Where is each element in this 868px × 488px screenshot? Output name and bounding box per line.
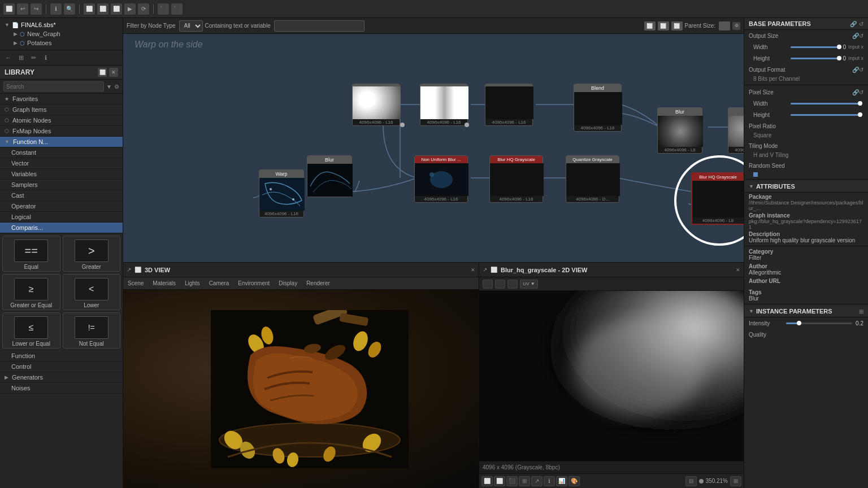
graph-node-blend[interactable]: Blend 4096x4096 - L16 <box>574 84 622 132</box>
toolbar-icon-2[interactable]: ↩ <box>17 3 28 15</box>
cat-function[interactable]: Function <box>0 351 123 361</box>
cat-graph-items[interactable]: ⬡ Graph Items <box>0 104 123 115</box>
cat-variables[interactable]: Variables <box>0 169 123 180</box>
cat-vector[interactable]: Vector <box>0 158 123 169</box>
toolbar-icon-1[interactable]: ⬜ <box>3 3 15 15</box>
graph-node-quantize[interactable]: Quantize Grayscale 4096x4096 - D... <box>566 155 619 203</box>
node-greater[interactable]: > Greater <box>63 236 121 272</box>
cat-samplers[interactable]: Samplers <box>0 180 123 190</box>
filter-text-input[interactable] <box>274 20 364 32</box>
2d-close-btn[interactable]: ✕ <box>736 267 740 273</box>
base-params-link-btn[interactable]: 🔗 <box>850 21 857 27</box>
3d-expand-icon[interactable]: ↗ <box>127 267 131 273</box>
2d-bottom-btn-7[interactable]: 📊 <box>556 476 567 486</box>
parent-size-btn[interactable] <box>719 21 730 30</box>
graph-node-3[interactable]: 4096x4096 - L16 <box>485 84 533 126</box>
cat-generators[interactable]: ▶ Generators <box>0 372 123 383</box>
intensity-handle[interactable] <box>797 321 801 325</box>
cat-function-nodes[interactable]: ▼ Function N... <box>0 137 123 147</box>
2d-uv-btn[interactable]: UV ▼ <box>520 280 538 289</box>
view-icon-3[interactable]: ⬜ <box>671 21 683 30</box>
graph-node-blur-top[interactable]: Blur 4096x4096 - L8 <box>657 107 702 154</box>
intensity-slider[interactable] <box>786 323 852 324</box>
cat-fxmap-nodes[interactable]: ⬡ FxMap Nodes <box>0 126 123 137</box>
node-leq[interactable]: ≤ Lower or Equal <box>2 312 60 348</box>
2d-resize-icon[interactable]: ⬜ <box>491 267 497 273</box>
toolbar-icon-4[interactable]: ℹ <box>50 3 62 15</box>
output-format-reset[interactable]: ↺ <box>859 67 863 73</box>
graph-node-blurhq[interactable]: Blur HQ Grayscale 4096x4096 - L16 <box>489 155 543 203</box>
toolbar-icon-8[interactable]: ⬜ <box>111 3 122 15</box>
tab-display[interactable]: Display <box>276 280 300 286</box>
cat-favorites[interactable]: ★ Favorites <box>0 94 123 104</box>
cat-noises[interactable]: Noises <box>0 383 123 394</box>
pixel-width-handle[interactable] <box>858 101 862 106</box>
pixel-height-slider[interactable] <box>791 114 860 116</box>
node-geq[interactable]: ≥ Greater or Equal <box>2 274 60 310</box>
cat-atomic-nodes[interactable]: ⬡ Atomic Nodes <box>0 115 123 126</box>
graph-node-nonuniform[interactable]: Non Uniform Blur ... 4096x4096 - L16 <box>414 155 468 203</box>
output-size-reset[interactable]: ↺ <box>859 33 863 39</box>
output-size-link[interactable]: 🔗 <box>852 33 859 39</box>
graph-node-blur-bot[interactable]: Blur <box>307 155 352 197</box>
view-icon-2[interactable]: ⬜ <box>658 21 669 30</box>
cat-operator[interactable]: Operator <box>0 201 123 212</box>
toolbar-icon-7[interactable]: ⬜ <box>97 3 108 15</box>
library-close-btn[interactable]: ✕ <box>109 68 118 77</box>
cat-constant[interactable]: Constant <box>0 147 123 158</box>
filter-icon[interactable]: ⚙ <box>114 84 119 90</box>
attributes-header[interactable]: ▼ ATTRIBUTES <box>744 181 868 193</box>
2d-zoom-out-btn[interactable]: ⊟ <box>685 476 697 486</box>
node-equal[interactable]: == Equal <box>2 236 60 272</box>
tab-materials[interactable]: Materials <box>150 280 178 286</box>
graph-node-blurhq-highlighted[interactable]: Blur HQ Grayscale 4096x4096 - L8 <box>691 172 744 225</box>
graph-node-1[interactable]: 4096x4096 - L16 <box>352 84 400 126</box>
sidebar-info[interactable]: ℹ <box>41 53 51 63</box>
filter-type-select[interactable]: All <box>179 20 203 32</box>
2d-bottom-btn-1[interactable]: ⬜ <box>481 476 493 486</box>
pixel-size-reset[interactable]: ↺ <box>859 89 863 95</box>
2d-bottom-btn-5[interactable]: ↗ <box>531 476 542 486</box>
node-neq[interactable]: != Not Equal <box>63 312 121 348</box>
cat-comparisons[interactable]: Comparis... <box>0 223 123 233</box>
toolbar-icon-9[interactable]: ▶ <box>124 3 136 15</box>
pixel-width-slider[interactable] <box>791 103 860 104</box>
graph-area[interactable]: Warp on the side <box>123 34 744 262</box>
2d-bottom-btn-6[interactable]: ℹ <box>544 476 555 486</box>
height-slider[interactable] <box>791 58 839 59</box>
node-lower[interactable]: < Lower <box>63 274 121 310</box>
library-collapse-btn[interactable]: ⬜ <box>98 68 107 77</box>
toolbar-icon-12[interactable]: ⬛ <box>171 3 183 15</box>
tree-item-potatoes[interactable]: ▶ ⬡ Potatoes <box>0 38 123 47</box>
2d-bottom-btn-4[interactable]: ⊞ <box>519 476 530 486</box>
settings-icon[interactable]: ⚙ <box>732 22 740 30</box>
2d-expand-icon[interactable]: ↗ <box>483 267 487 273</box>
pixel-size-link[interactable]: 🔗 <box>852 89 859 95</box>
height-slider-handle[interactable] <box>837 56 841 60</box>
tab-environment[interactable]: Environment <box>236 280 272 286</box>
toolbar-icon-5[interactable]: 🔍 <box>64 3 75 15</box>
output-format-link[interactable]: 🔗 <box>852 67 859 73</box>
instance-params-btn[interactable]: ⊞ <box>859 308 863 315</box>
toolbar-icon-6[interactable]: ⬜ <box>84 3 95 15</box>
tab-scene[interactable]: Scene <box>125 280 146 286</box>
cat-control[interactable]: Control <box>0 361 123 372</box>
tree-item-file[interactable]: ▼ 📄 FINAL6.sbs* <box>0 20 123 29</box>
pixel-height-handle[interactable] <box>858 112 862 117</box>
cat-logical[interactable]: Logical <box>0 212 123 223</box>
tab-camera[interactable]: Camera <box>207 280 232 286</box>
width-slider[interactable] <box>791 46 839 48</box>
graph-node-2[interactable]: 4096x4096 - L16 <box>420 84 468 126</box>
graph-node-warp-top[interactable]: Warp 4096x4096 - L8 <box>728 107 744 154</box>
base-params-reset-btn[interactable]: ↺ <box>859 21 863 27</box>
3d-close-btn[interactable]: ✕ <box>471 267 475 273</box>
2d-bottom-btn-3[interactable]: ⬛ <box>506 476 518 486</box>
base-params-header[interactable]: BASE PARAMETERS 🔗 ↺ <box>744 18 868 30</box>
width-slider-handle[interactable] <box>837 45 841 49</box>
toolbar-icon-10[interactable]: ⟳ <box>138 3 149 15</box>
view-icon-1[interactable]: ⬜ <box>644 21 656 30</box>
2d-bottom-btn-2[interactable]: ⬜ <box>494 476 505 486</box>
sidebar-edit[interactable]: ✏ <box>28 53 38 63</box>
graph-node-warp-bot[interactable]: Warp 4096x4096 - L16 <box>259 169 304 217</box>
2d-tool-1[interactable] <box>483 280 493 289</box>
